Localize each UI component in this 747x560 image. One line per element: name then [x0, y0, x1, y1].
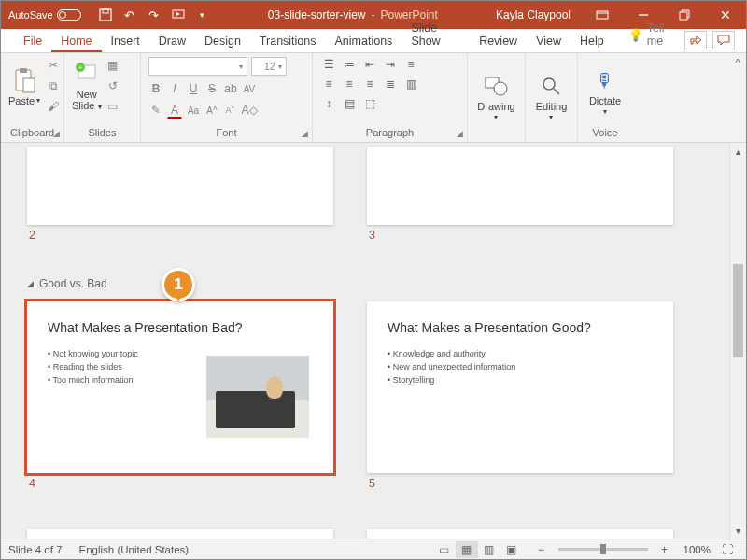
dialog-launcher-icon[interactable]: ◢ [53, 129, 60, 138]
zoom-slider[interactable] [558, 548, 648, 551]
dialog-launcher-icon[interactable]: ◢ [457, 129, 463, 138]
zoom-out-button[interactable]: − [530, 541, 553, 558]
smartart-button[interactable]: ⬚ [361, 96, 378, 111]
align-left-button[interactable]: ≡ [320, 77, 337, 91]
font-size-combo[interactable]: 12 ▾ [251, 57, 287, 76]
increase-font-button[interactable]: A^ [204, 102, 219, 119]
bullet-item: Knowledge and authority [388, 348, 653, 361]
slide-thumbnail-3[interactable] [367, 147, 673, 225]
zoom-in-button[interactable]: + [654, 541, 676, 558]
slide-thumbnail-4[interactable]: What Makes a Presentation Bad? Not knowi… [27, 301, 333, 473]
start-from-beginning-icon[interactable] [171, 7, 186, 22]
dialog-launcher-icon[interactable]: ◢ [302, 129, 308, 138]
share-button[interactable] [684, 31, 707, 49]
section-header[interactable]: ◢ Good vs. Bad [27, 277, 107, 290]
user-name[interactable]: Kayla Claypool [496, 8, 571, 21]
normal-view-icon[interactable]: ▭ [433, 541, 456, 558]
text-direction-button[interactable]: ↕ [320, 96, 337, 111]
tab-slideshow[interactable]: Slide Show [402, 18, 470, 52]
highlight-button[interactable]: ✎ [148, 102, 163, 119]
autosave-toggle[interactable]: AutoSave [8, 9, 81, 21]
reading-view-icon[interactable]: ▥ [478, 541, 500, 558]
section-icon[interactable]: ▭ [106, 98, 120, 115]
align-text-button[interactable]: ▤ [341, 96, 358, 111]
microphone-icon: 🎙 [592, 66, 618, 94]
svg-rect-0 [100, 9, 111, 21]
language-status[interactable]: English (United States) [79, 544, 190, 555]
tab-help[interactable]: Help [571, 31, 613, 52]
slideshow-view-icon[interactable]: ▣ [500, 541, 523, 558]
redo-icon[interactable]: ↷ [147, 7, 162, 22]
group-voice: 🎙 Dictate ▾ Voice [578, 53, 632, 142]
tab-review[interactable]: Review [470, 31, 527, 52]
increase-indent-button[interactable]: ⇥ [382, 57, 399, 72]
scroll-down-icon[interactable]: ▾ [730, 522, 746, 539]
tab-home[interactable]: Home [51, 31, 101, 52]
decrease-font-button[interactable]: A˅ [223, 102, 238, 119]
svg-rect-9 [23, 78, 35, 92]
zoom-slider-thumb[interactable] [600, 544, 606, 554]
new-slide-button[interactable]: + NewSlide ▾ [72, 60, 102, 112]
format-painter-icon[interactable]: 🖌 [46, 98, 61, 115]
tab-animations[interactable]: Animations [326, 31, 402, 52]
paragraph-group-label: Paragraph [366, 127, 414, 138]
reset-icon[interactable]: ↺ [106, 77, 120, 94]
shadow-button[interactable]: ab [223, 80, 238, 97]
scroll-up-icon[interactable]: ▴ [730, 143, 746, 160]
clear-formatting-button[interactable]: A◇ [242, 102, 257, 119]
collapse-section-icon[interactable]: ◢ [27, 279, 34, 288]
close-icon[interactable]: ✕ [705, 1, 746, 29]
slide-thumbnail-partial[interactable] [27, 529, 333, 539]
change-case-button[interactable]: Aa [186, 102, 201, 119]
comments-button[interactable] [712, 31, 735, 49]
slide-thumbnail-5[interactable]: What Makes a Presentation Good? Knowledg… [367, 301, 673, 473]
undo-icon[interactable]: ↶ [122, 7, 137, 22]
qat-dropdown-icon[interactable]: ▾ [195, 7, 210, 22]
columns-button[interactable]: ▥ [402, 77, 419, 91]
bold-button[interactable]: B [148, 80, 163, 97]
paste-button[interactable]: Paste▾ [8, 66, 40, 106]
align-center-button[interactable]: ≡ [341, 77, 358, 91]
cut-icon[interactable]: ✂ [46, 57, 61, 74]
vertical-scrollbar[interactable]: ▴ ▾ [729, 143, 746, 539]
italic-button[interactable]: I [167, 80, 182, 97]
drawing-button[interactable]: Drawing ▾ [477, 72, 514, 121]
save-icon[interactable] [98, 7, 113, 22]
editing-button[interactable]: Editing ▾ [536, 72, 568, 121]
scrollbar-thumb[interactable] [733, 264, 743, 357]
tab-transitions[interactable]: Transitions [250, 31, 326, 52]
lightbulb-icon: 💡 [628, 28, 643, 42]
character-spacing-button[interactable]: AV [242, 80, 257, 97]
font-family-combo[interactable]: ▾ [148, 57, 247, 76]
copy-icon[interactable]: ⧉ [46, 77, 61, 94]
group-clipboard: Paste▾ ✂ ⧉ 🖌 Clipboard◢ [1, 53, 64, 142]
tell-me-search[interactable]: 💡 Tell me [619, 18, 684, 52]
line-spacing-button[interactable]: ≡ [402, 57, 419, 72]
slide-counter[interactable]: Slide 4 of 7 [8, 544, 63, 555]
layout-icon[interactable]: ▦ [106, 57, 120, 74]
underline-button[interactable]: U [186, 80, 201, 97]
tab-file[interactable]: File [14, 31, 51, 52]
slide-sorter-workspace[interactable]: ▴ ▾ 2 3 ◢ Good vs. Bad 1 What Makes a Pr… [1, 143, 746, 539]
clipboard-group-label: Clipboard [10, 127, 54, 138]
numbering-button[interactable]: ≔ [341, 57, 358, 72]
font-color-button[interactable]: A [167, 102, 182, 119]
slide-sorter-view-icon[interactable]: ▦ [456, 541, 478, 558]
strikethrough-button[interactable]: S [204, 80, 219, 97]
justify-button[interactable]: ≣ [382, 77, 399, 91]
slide-thumbnail-2[interactable] [27, 147, 333, 225]
slide-thumbnail-partial[interactable] [367, 529, 673, 539]
dictate-button[interactable]: 🎙 Dictate ▾ [589, 66, 621, 116]
bullets-button[interactable]: ☰ [320, 57, 337, 72]
tab-view[interactable]: View [527, 31, 571, 52]
tab-draw[interactable]: Draw [149, 31, 195, 52]
decrease-indent-button[interactable]: ⇤ [361, 57, 378, 72]
zoom-level[interactable]: 100% [684, 544, 711, 555]
svg-rect-3 [597, 11, 608, 19]
collapse-ribbon-icon[interactable]: ^ [729, 53, 746, 142]
tab-insert[interactable]: Insert [102, 31, 149, 52]
ribbon-display-icon[interactable] [582, 1, 623, 29]
fit-to-window-icon[interactable]: ⛶ [716, 541, 739, 558]
tab-design[interactable]: Design [195, 31, 250, 52]
align-right-button[interactable]: ≡ [361, 77, 378, 91]
